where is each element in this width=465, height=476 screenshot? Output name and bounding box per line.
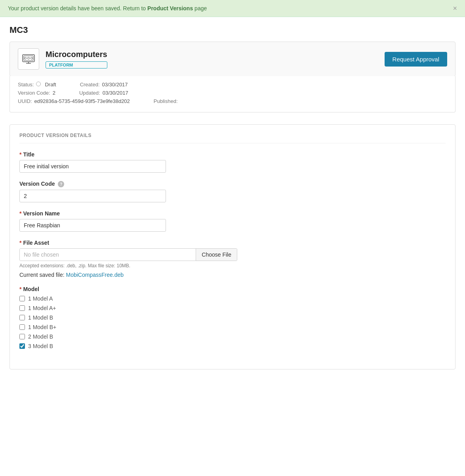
published-item: Published: — [154, 98, 180, 104]
model-checkbox-4[interactable] — [19, 334, 25, 339]
required-star: * — [19, 151, 21, 158]
product-info: Microcomputers PLATFORM — [46, 50, 107, 69]
request-approval-button[interactable]: Request Approval — [385, 52, 447, 67]
created-item: Created: 03/30/2017 — [80, 82, 128, 88]
model-label: *Model — [19, 286, 446, 292]
uuid-value: ed92836a-5735-459d-93f5-73e9fe38d202 — [34, 98, 130, 104]
svg-point-4 — [25, 57, 27, 59]
microcomputer-icon — [22, 52, 35, 66]
current-file: Current saved file: MobiCompassFree.deb — [19, 272, 446, 278]
meta-row-2: Version Code: 2 Updated: 03/30/2017 — [18, 90, 447, 96]
uuid-item: UUID: ed92836a-5735-459d-93f5-73e9fe38d2… — [18, 98, 130, 104]
file-input-wrapper: No file chosen Choose File — [19, 248, 237, 261]
model-checkbox-1[interactable] — [19, 305, 25, 311]
version-code-item: Version Code: 2 — [18, 90, 55, 96]
current-file-link[interactable]: MobiCompassFree.deb — [66, 272, 124, 278]
product-name: Microcomputers — [46, 50, 107, 59]
file-asset-group: *File Asset No file chosen Choose File A… — [19, 240, 446, 278]
required-star-2: * — [19, 210, 21, 217]
product-card-left: Microcomputers PLATFORM — [18, 48, 107, 70]
success-banner: Your product version details have been s… — [0, 0, 465, 17]
created-value: 03/30/2017 — [102, 82, 128, 88]
version-name-group: *Version Name — [19, 210, 446, 232]
version-code-group: Version Code ? — [19, 181, 446, 202]
required-star-3: * — [19, 240, 21, 246]
model-checkbox-item: 1 Model B+ — [19, 324, 446, 330]
status-dot — [36, 82, 41, 86]
title-input[interactable] — [19, 160, 166, 173]
updated-item: Updated: 03/30/2017 — [79, 90, 128, 96]
form-section-title: PRODUCT VERSION DETAILS — [19, 133, 446, 143]
product-versions-link[interactable]: Product Versions — [147, 5, 193, 11]
version-name-label: *Version Name — [19, 210, 446, 217]
product-icon — [18, 48, 39, 70]
version-code-label: Version Code ? — [19, 181, 446, 187]
svg-point-5 — [28, 57, 30, 59]
model-checkbox-label: 2 Model B — [28, 333, 53, 340]
model-checkbox-label: 1 Model B+ — [28, 324, 56, 330]
model-checkbox-0[interactable] — [19, 296, 25, 301]
model-checkbox-label: 1 Model B — [28, 314, 53, 321]
required-star-4: * — [19, 286, 21, 292]
file-asset-label: *File Asset — [19, 240, 446, 246]
version-code-input[interactable] — [19, 190, 166, 202]
model-checkbox-3[interactable] — [19, 324, 25, 330]
title-group: *Title — [19, 151, 446, 173]
page-title: MC3 — [10, 25, 455, 35]
title-label: *Title — [19, 151, 446, 158]
model-checkbox-item: 1 Model A+ — [19, 305, 446, 311]
model-checkbox-item: 1 Model B — [19, 314, 446, 321]
model-checkbox-item: 1 Model A — [19, 295, 446, 302]
choose-file-button[interactable]: Choose File — [196, 249, 237, 261]
product-card: Microcomputers PLATFORM Request Approval — [10, 42, 455, 76]
model-checkbox-5[interactable] — [19, 343, 25, 349]
model-checkbox-2[interactable] — [19, 315, 25, 320]
banner-text: Your product version details have been s… — [8, 5, 207, 11]
meta-row-1: Status: Draft Created: 03/30/2017 — [18, 82, 447, 88]
status-item: Status: Draft — [18, 82, 56, 88]
svg-point-6 — [31, 57, 33, 59]
model-group: *Model 1 Model A1 Model A+1 Model B1 Mod… — [19, 286, 446, 349]
model-checkbox-label: 3 Model B — [28, 343, 53, 349]
status-value: Draft — [45, 82, 56, 88]
meta-row-3: UUID: ed92836a-5735-459d-93f5-73e9fe38d2… — [18, 98, 447, 104]
form-section: PRODUCT VERSION DETAILS *Title Version C… — [10, 124, 455, 369]
platform-badge: PLATFORM — [46, 61, 107, 69]
meta-info: Status: Draft Created: 03/30/2017 Versio… — [10, 76, 455, 112]
model-checkbox-item: 3 Model B — [19, 343, 446, 349]
close-icon[interactable]: × — [453, 5, 457, 12]
model-checkbox-label: 1 Model A — [28, 295, 53, 302]
file-hint: Accepted extensions: .deb, .zip. Max fil… — [19, 263, 446, 268]
version-code-value: 2 — [53, 90, 55, 96]
model-checkbox-label: 1 Model A+ — [28, 305, 56, 311]
updated-value: 03/30/2017 — [103, 90, 128, 96]
version-name-input[interactable] — [19, 219, 166, 232]
model-checkbox-item: 2 Model B — [19, 333, 446, 340]
model-checkbox-group: 1 Model A1 Model A+1 Model B1 Model B+2 … — [19, 295, 446, 349]
file-placeholder: No file chosen — [20, 249, 196, 261]
svg-rect-1 — [24, 56, 33, 61]
help-icon[interactable]: ? — [58, 181, 64, 187]
